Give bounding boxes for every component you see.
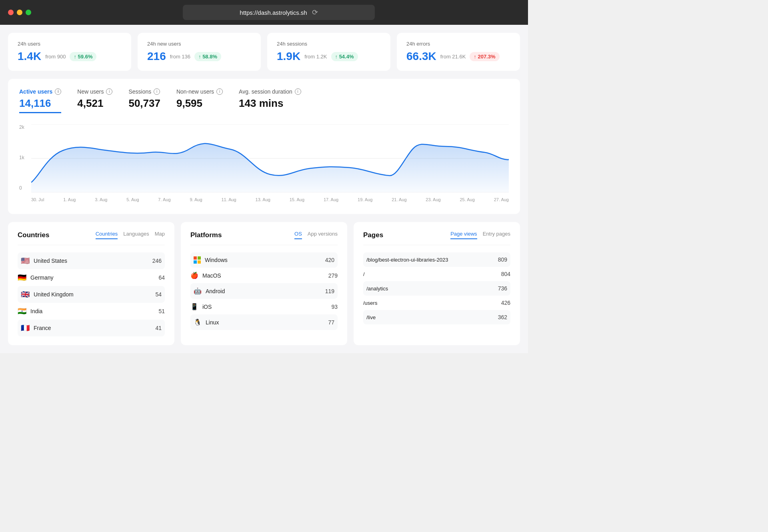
maximize-button[interactable] [26, 10, 31, 15]
tab-sessions-value: 50,737 [128, 97, 160, 110]
list-item: 🇫🇷 France 41 [18, 320, 165, 336]
flag-us: 🇺🇸 [21, 256, 30, 265]
linux-icon: 🐧 [194, 318, 202, 326]
svg-rect-5 [194, 260, 197, 264]
page-value-2: 736 [498, 285, 507, 292]
list-item: /blog/best-electron-ui-libraries-2023 80… [363, 252, 510, 267]
tab-avg-session-label: Avg. session duration i [239, 88, 301, 95]
countries-list: 🇺🇸 United States 246 🇩🇪 Germany 64 🇬🇧 [18, 252, 165, 336]
url-text: https://dash.astrolytics.sh [240, 9, 307, 16]
platform-name-macos: MacOS [202, 272, 221, 279]
platform-row-macos-label: 🍎 MacOS [190, 272, 328, 279]
tab-avg-session[interactable]: Avg. session duration i 143 mins [239, 88, 301, 113]
bottom-panels: Countries Countries Languages Map 🇺🇸 Uni… [8, 222, 520, 345]
info-icon-active-users: i [55, 88, 61, 95]
flag-de: 🇩🇪 [18, 273, 26, 282]
x-label-13aug: 13. Aug [256, 197, 270, 202]
tab-non-new-users[interactable]: Non-new users i 9,595 [176, 88, 223, 113]
country-row-fr-label: 🇫🇷 France [21, 324, 155, 332]
platform-row-windows-label: Windows [194, 256, 325, 264]
platform-row-android-label: 🤖 Android [194, 287, 325, 295]
list-item: 📱 iOS 93 [190, 299, 338, 314]
pages-panel: Pages Page views Entry pages /blog/best-… [354, 222, 520, 345]
stat-value-users: 1.4K [18, 50, 41, 63]
page-row-1-label: / [363, 271, 501, 277]
minimize-button[interactable] [17, 10, 22, 15]
platform-value-android: 119 [325, 288, 334, 294]
stat-from-new-users: from 136 [170, 54, 190, 60]
pages-panel-tabs: Page views Entry pages [450, 231, 510, 239]
tab-non-new-users-value: 9,595 [176, 97, 223, 110]
y-label-2k: 2k [19, 124, 24, 130]
reload-button[interactable]: ⟳ [312, 8, 318, 17]
country-value-gb: 54 [155, 291, 162, 298]
platforms-tab-app-versions[interactable]: App versions [308, 231, 338, 239]
countries-tab-map[interactable]: Map [155, 231, 165, 239]
list-item: / 804 [363, 267, 510, 281]
traffic-lights [8, 10, 31, 15]
list-item: /users 426 [363, 296, 510, 310]
list-item: 🇩🇪 Germany 64 [18, 269, 165, 286]
windows-icon [194, 256, 201, 264]
stat-card-users: 24h users 1.4K from 900 ↑ 59.6% [8, 33, 131, 71]
tab-new-users[interactable]: New users i 4,521 [77, 88, 112, 113]
stat-badge-new-users: ↑ 58.8% [194, 52, 221, 61]
x-label-5aug: 5. Aug [126, 197, 139, 202]
platforms-panel: Platforms OS App versions Windows 420 [181, 222, 347, 345]
stat-value-errors: 66.3K [406, 50, 436, 63]
countries-tab-languages[interactable]: Languages [123, 231, 149, 239]
y-label-1k: 1k [19, 155, 24, 160]
page-row-2-label: /analytics [366, 286, 498, 292]
page-value-1: 804 [501, 271, 510, 277]
stat-value-row-sessions: 1.9K from 1.2K ↑ 54.4% [277, 50, 381, 63]
list-item: 🤖 Android 119 [190, 283, 338, 299]
countries-panel: Countries Countries Languages Map 🇺🇸 Uni… [8, 222, 174, 345]
pages-tab-page-views[interactable]: Page views [450, 231, 477, 239]
macos-icon: 🍎 [190, 272, 198, 279]
platform-name-linux: Linux [206, 319, 219, 326]
info-icon-new-users: i [106, 88, 112, 95]
stat-badge-errors: ↑ 207.3% [470, 52, 499, 61]
x-label-21aug: 21. Aug [392, 197, 406, 202]
country-value-us: 246 [152, 258, 162, 264]
browser-chrome: https://dash.astrolytics.sh ⟳ [0, 0, 528, 25]
list-item: 🇬🇧 United Kingdom 54 [18, 286, 165, 303]
pages-tab-entry-pages[interactable]: Entry pages [483, 231, 510, 239]
country-name-gb: United Kingdom [34, 291, 74, 298]
android-icon: 🤖 [194, 287, 202, 295]
country-row-gb-label: 🇬🇧 United Kingdom [21, 290, 155, 299]
svg-rect-6 [198, 260, 201, 264]
list-item: Windows 420 [190, 252, 338, 268]
close-button[interactable] [8, 10, 14, 15]
x-label-11aug: 11. Aug [221, 197, 236, 202]
countries-tab-countries[interactable]: Countries [96, 231, 118, 239]
page-value-4: 362 [498, 314, 507, 320]
platform-row-ios-label: 📱 iOS [190, 303, 331, 310]
platforms-panel-title: Platforms [190, 231, 222, 239]
tab-sessions[interactable]: Sessions i 50,737 [128, 88, 160, 113]
stat-label-new-users: 24h new users [147, 41, 251, 47]
platforms-list: Windows 420 🍎 MacOS 279 🤖 Androi [190, 252, 338, 330]
x-label-25aug: 25. Aug [460, 197, 475, 202]
platform-value-windows: 420 [325, 257, 334, 263]
platform-name-windows: Windows [205, 257, 228, 263]
tab-new-users-label: New users i [77, 88, 112, 95]
url-bar[interactable]: https://dash.astrolytics.sh ⟳ [183, 5, 375, 20]
tab-active-users[interactable]: Active users i 14,116 [19, 88, 61, 113]
info-icon-non-new-users: i [216, 88, 223, 95]
page-row-4-label: /live [366, 314, 498, 320]
tab-non-new-users-label: Non-new users i [176, 88, 223, 95]
stat-from-sessions: from 1.2K [304, 54, 327, 60]
platforms-tab-os[interactable]: OS [294, 231, 302, 239]
country-row-in-label: 🇮🇳 India [18, 307, 158, 316]
list-item: 🐧 Linux 77 [190, 314, 338, 330]
country-row-us-label: 🇺🇸 United States [21, 256, 152, 265]
y-label-0: 0 [19, 185, 24, 191]
pages-panel-title: Pages [363, 231, 383, 239]
stat-from-errors: from 21.6K [440, 54, 466, 60]
pages-list: /blog/best-electron-ui-libraries-2023 80… [363, 252, 510, 324]
ios-icon: 📱 [190, 303, 198, 310]
platform-value-macos: 279 [328, 272, 338, 279]
pages-panel-header: Pages Page views Entry pages [363, 231, 510, 245]
x-label-27aug: 27. Aug [494, 197, 509, 202]
